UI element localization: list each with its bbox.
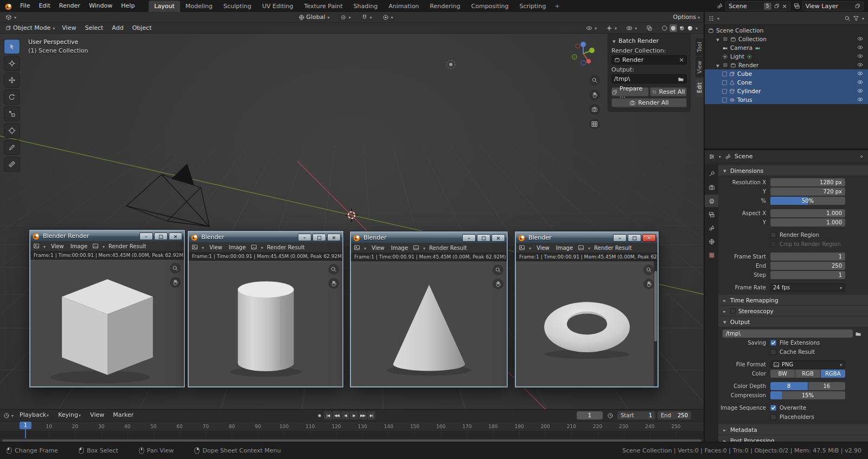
exclude-checkbox[interactable] bbox=[722, 72, 727, 76]
viewport-menu-view[interactable]: View bbox=[58, 22, 80, 34]
prepare-button[interactable]: Prepare ... bbox=[611, 87, 649, 96]
visibility-toggle[interactable] bbox=[857, 53, 863, 60]
prev-keyframe-button[interactable]: ◀◀ bbox=[333, 411, 341, 419]
workspace-tab-compositing[interactable]: Compositing bbox=[466, 1, 514, 12]
image-menu-image[interactable]: Image bbox=[227, 242, 247, 253]
output-path-field[interactable]: /tmp\ bbox=[611, 74, 687, 83]
sidebar-tab-edit[interactable]: Edit bbox=[695, 79, 704, 96]
playhead-line[interactable] bbox=[25, 429, 26, 438]
next-keyframe-button[interactable]: ▶▶ bbox=[359, 411, 367, 419]
render-window-torus[interactable]: BlenderViewImageRender ResultFrame:1 | T… bbox=[515, 231, 659, 387]
outliner-row-camera[interactable]: Camera bbox=[705, 43, 868, 52]
sidebar-tab-tool[interactable]: Tool bbox=[695, 38, 704, 56]
image-menu-image[interactable]: Image bbox=[554, 243, 575, 253]
image-menu-image[interactable]: Image bbox=[69, 241, 89, 251]
outliner-row-render[interactable]: Render bbox=[705, 61, 868, 69]
panel-header-metadata[interactable]: Metadata bbox=[718, 424, 868, 435]
workspace-tab-sculpting[interactable]: Sculpting bbox=[218, 1, 257, 12]
collection-checkbox[interactable] bbox=[723, 36, 728, 42]
frame-start-field[interactable]: Start 1 bbox=[617, 411, 655, 419]
tool-measure-button[interactable] bbox=[4, 157, 20, 172]
panel-header-post-processing[interactable]: Post Processing bbox=[718, 435, 868, 442]
exclude-checkbox[interactable] bbox=[722, 80, 727, 85]
panel-header-stereoscopy[interactable]: Stereoscopy bbox=[718, 306, 868, 316]
option-16[interactable]: 16 bbox=[808, 382, 846, 390]
minimize-button[interactable] bbox=[298, 234, 311, 241]
exclude-checkbox[interactable] bbox=[722, 89, 727, 94]
menu-render[interactable]: Render bbox=[55, 0, 85, 12]
filter-icon[interactable] bbox=[853, 15, 859, 22]
blender-logo-icon[interactable] bbox=[4, 2, 12, 10]
workspace-tab-texture-paint[interactable]: Texture Paint bbox=[299, 1, 348, 12]
visibility-toggle[interactable] bbox=[857, 79, 863, 86]
timeline-menu-marker[interactable]: Marker bbox=[108, 409, 138, 422]
image-menu-view[interactable]: View bbox=[535, 243, 551, 253]
crop-to-render-region-checkbox[interactable] bbox=[770, 241, 776, 247]
stereoscopy-checkbox[interactable] bbox=[730, 308, 736, 314]
menu-help[interactable]: Help bbox=[117, 0, 139, 12]
tool-annotate-button[interactable] bbox=[4, 140, 20, 155]
visibility-toggle[interactable] bbox=[857, 88, 863, 95]
play-reverse-button[interactable]: ◀ bbox=[341, 411, 349, 419]
workspace-add-button[interactable]: + bbox=[551, 1, 563, 12]
y-field[interactable]: 1.000 bbox=[770, 218, 845, 227]
image-menu-view[interactable]: View bbox=[49, 241, 66, 251]
window-titlebar[interactable]: Blender Render bbox=[30, 231, 184, 241]
outliner-row-cube[interactable]: Cube bbox=[705, 69, 868, 78]
zoom-button[interactable] bbox=[493, 264, 503, 275]
output-path-field[interactable]: /tmp\ bbox=[723, 329, 853, 338]
unlink-scene-icon[interactable] bbox=[782, 3, 787, 10]
tool-transform-button[interactable] bbox=[4, 123, 20, 138]
workspace-tab-rendering[interactable]: Rendering bbox=[424, 1, 465, 12]
option-8[interactable]: 8 bbox=[770, 382, 808, 390]
menu-window[interactable]: Window bbox=[85, 0, 117, 12]
visibility-toggle[interactable] bbox=[857, 96, 863, 104]
option-rgba[interactable]: RGBA bbox=[821, 370, 845, 378]
zoom-button[interactable] bbox=[643, 264, 654, 275]
viewport-menu-select[interactable]: Select bbox=[80, 22, 107, 34]
render-collection-field[interactable]: Render bbox=[611, 55, 687, 64]
overwrite-checkbox[interactable] bbox=[770, 405, 776, 411]
properties-tab-tool[interactable] bbox=[705, 167, 718, 180]
editor-type-selector[interactable] bbox=[3, 14, 19, 21]
option-bw[interactable]: BW bbox=[770, 370, 795, 378]
properties-tab-world[interactable] bbox=[705, 235, 718, 248]
properties-tab-render[interactable] bbox=[705, 181, 718, 193]
reset-all-button[interactable]: Reset All bbox=[650, 87, 687, 96]
zoom-button[interactable] bbox=[170, 263, 181, 274]
close-button[interactable] bbox=[327, 234, 341, 241]
gizmo-toggle-toggle[interactable] bbox=[604, 24, 620, 31]
frame-start-field[interactable]: 1 bbox=[770, 253, 845, 261]
workspace-tab-uv-editing[interactable]: UV Editing bbox=[257, 1, 298, 12]
y-field[interactable]: 720 px bbox=[770, 188, 845, 196]
maximize-button[interactable] bbox=[312, 234, 326, 241]
tool-rotate-button[interactable] bbox=[4, 89, 20, 105]
caret-down-icon[interactable] bbox=[715, 62, 720, 68]
xray-toggle[interactable] bbox=[644, 25, 655, 31]
image-menu-image[interactable]: Image bbox=[390, 243, 410, 253]
caret-down-icon[interactable] bbox=[715, 36, 720, 42]
navigation-gizmo[interactable] bbox=[569, 39, 598, 68]
timeline-menu-keying[interactable]: Keying bbox=[54, 409, 86, 422]
pin-icon[interactable] bbox=[859, 154, 864, 159]
render-window-cone[interactable]: BlenderViewImageRender ResultFrame:1 | T… bbox=[350, 231, 508, 387]
pan-button[interactable] bbox=[643, 279, 654, 289]
snapping-dropdown[interactable] bbox=[359, 14, 374, 21]
scene-selector[interactable]: Scene5 bbox=[725, 1, 790, 11]
outliner-row-cone[interactable]: Cone bbox=[705, 78, 868, 87]
minimize-button[interactable] bbox=[139, 232, 153, 240]
render-region-checkbox[interactable] bbox=[770, 232, 776, 238]
play-button[interactable]: ▶ bbox=[350, 411, 358, 419]
properties-tab-scene[interactable] bbox=[705, 222, 718, 234]
clear-collection-icon[interactable] bbox=[679, 56, 684, 63]
outliner-editor-icon[interactable] bbox=[708, 15, 714, 22]
outliner-row-scene-collection[interactable]: Scene Collection bbox=[705, 26, 868, 35]
end-field[interactable]: 250 bbox=[770, 262, 845, 270]
zoom-button[interactable] bbox=[328, 264, 339, 275]
workspace-tab-scripting[interactable]: Scripting bbox=[514, 1, 551, 12]
compression-slider[interactable]: 15% bbox=[770, 391, 845, 399]
menu-edit[interactable]: Edit bbox=[34, 0, 54, 12]
tool-move-button[interactable] bbox=[4, 73, 20, 88]
maximize-button[interactable] bbox=[628, 234, 641, 242]
close-button[interactable] bbox=[169, 232, 182, 240]
